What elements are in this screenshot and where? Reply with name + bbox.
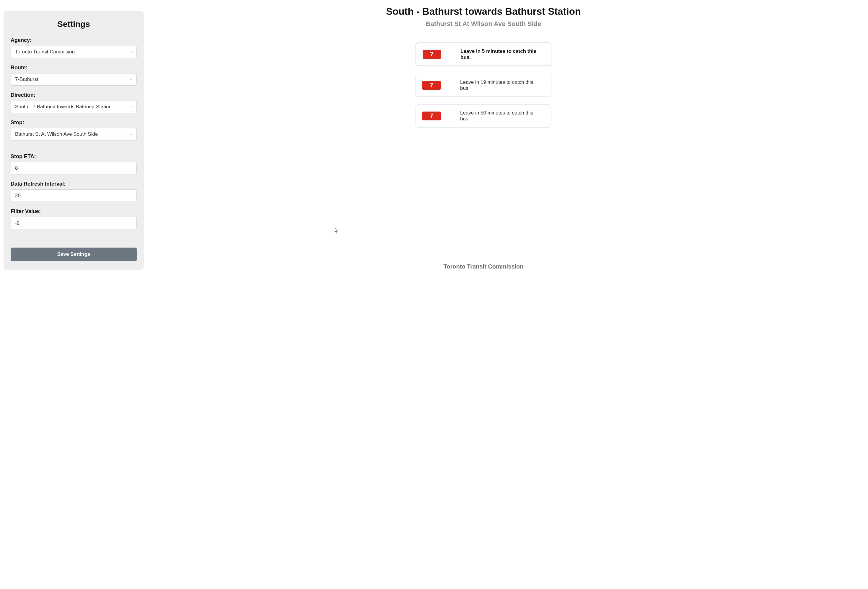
agency-field: Agency: [10, 37, 137, 58]
filter-field: Filter Value: [10, 208, 137, 229]
prediction-card: 7Leave in 19 minutes to catch this bus. [416, 74, 551, 97]
refresh-input[interactable] [10, 190, 137, 202]
agency-select-input[interactable] [10, 46, 137, 58]
route-select-input[interactable] [10, 73, 137, 85]
prediction-card: 7Leave in 50 minutes to catch this bus. [416, 105, 551, 128]
route-label: Route: [10, 65, 137, 71]
main-content: South - Bathurst towards Bathurst Statio… [156, 10, 865, 270]
stop-name: Bathurst St At Wilson Ave South Side [156, 20, 811, 28]
settings-panel: Settings Agency: Route: Direction: Stop [3, 10, 144, 270]
leave-text: Leave in 50 minutes to catch this bus. [460, 110, 539, 122]
route-badge: 7 [423, 50, 441, 59]
leave-text: Leave in 5 minutes to catch this bus. [461, 49, 539, 60]
stop-select[interactable] [10, 128, 137, 140]
settings-title: Settings [10, 19, 137, 29]
route-badge: 7 [422, 112, 441, 121]
agency-label: Agency: [10, 37, 137, 43]
refresh-label: Data Refresh Interval: [10, 181, 137, 187]
filter-label: Filter Value: [10, 208, 137, 215]
direction-field: Direction: [10, 92, 137, 113]
stop-label: Stop: [10, 119, 137, 126]
stop-field: Stop: [10, 119, 137, 140]
route-badge: 7 [422, 81, 441, 90]
save-settings-button[interactable]: Save Settings [10, 247, 137, 261]
direction-select[interactable] [10, 101, 137, 113]
prediction-card: 7Leave in 5 minutes to catch this bus. [416, 43, 551, 66]
stop-eta-input[interactable] [10, 162, 137, 174]
filter-input[interactable] [10, 217, 137, 229]
refresh-field: Data Refresh Interval: [10, 181, 137, 202]
agency-footer: Toronto Transit Commission [156, 252, 811, 270]
route-field: Route: [10, 65, 137, 85]
stop-select-input[interactable] [10, 128, 137, 140]
agency-select[interactable] [10, 46, 137, 58]
direction-select-input[interactable] [10, 101, 137, 113]
direction-label: Direction: [10, 92, 137, 98]
route-select[interactable] [10, 73, 137, 85]
direction-title: South - Bathurst towards Bathurst Statio… [156, 6, 811, 17]
stop-eta-field: Stop ETA: [10, 153, 137, 174]
predictions-list: 7Leave in 5 minutes to catch this bus.7L… [156, 43, 811, 128]
leave-text: Leave in 19 minutes to catch this bus. [460, 80, 539, 91]
stop-eta-label: Stop ETA: [10, 153, 137, 160]
